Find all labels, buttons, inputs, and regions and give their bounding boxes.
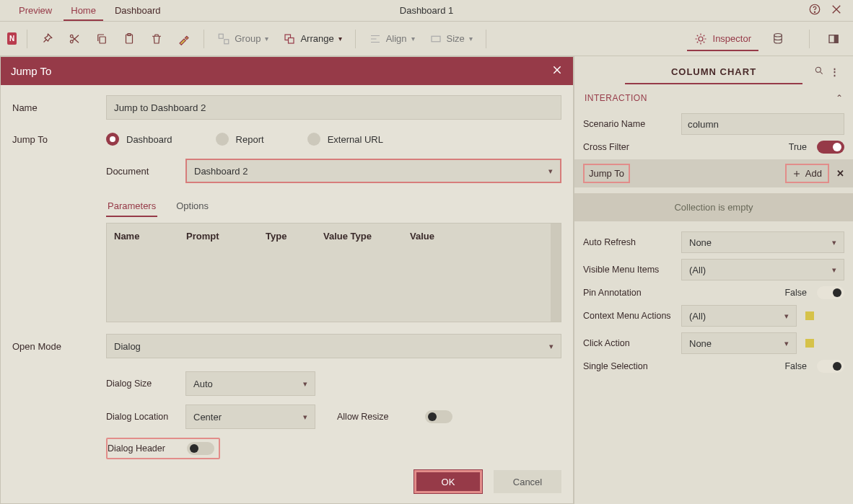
visible-menu-label: Visible Menu Items [583, 265, 677, 275]
radio-dashboard[interactable]: Dashboard [106, 133, 172, 146]
pin-annotation-label: Pin Annotation [583, 288, 677, 298]
click-action-label: Click Action [583, 338, 677, 348]
jump-to-dialog: Jump To Name Jump To Dashboard Report Ex… [0, 56, 574, 504]
svg-point-12 [699, 37, 703, 41]
col-prompt: Prompt [186, 231, 266, 242]
tab-preview[interactable]: Preview [12, 1, 59, 21]
dialog-close-icon[interactable] [551, 64, 563, 78]
col-value-type: Value Type [323, 231, 410, 242]
svg-point-2 [71, 40, 74, 43]
open-mode-label: Open Mode [12, 341, 106, 352]
context-menu-label: Context Menu Actions [583, 311, 677, 321]
size-dropdown[interactable]: Size▾ [424, 32, 478, 45]
chevron-up-icon[interactable]: ⌃ [836, 93, 844, 103]
cross-filter-label: Cross Filter [583, 142, 677, 152]
jump-to-panel-label: Jump To [583, 164, 630, 183]
parameters-grid: Name Prompt Type Value Type Value [106, 223, 561, 322]
pin-annotation-toggle[interactable] [817, 286, 844, 299]
allow-resize-label: Allow Resize [337, 412, 389, 422]
panel-toggle-icon[interactable] [821, 27, 846, 51]
dialog-title: Jump To [11, 65, 51, 77]
paste-icon[interactable] [117, 27, 141, 51]
format-icon[interactable] [172, 27, 196, 51]
align-dropdown[interactable]: Align▾ [363, 32, 421, 45]
svg-point-16 [815, 67, 821, 72]
single-selection-value: False [784, 361, 807, 371]
arrange-dropdown[interactable]: Arrange▾ [277, 32, 347, 45]
panel-title: COLUMN CHART ⋮ [583, 56, 844, 83]
search-icon[interactable] [814, 66, 824, 78]
subtab-parameters[interactable]: Parameters [106, 196, 157, 217]
marker-icon [805, 311, 814, 320]
dialog-header-toggle[interactable] [187, 442, 214, 455]
svg-point-3 [71, 35, 74, 37]
dialog-header: Jump To [1, 57, 573, 85]
radio-external-url[interactable]: External URL [307, 133, 383, 146]
database-icon[interactable] [766, 27, 790, 51]
dialog-location-select[interactable]: Center▾ [185, 404, 315, 429]
tab-home[interactable]: Home [64, 1, 103, 21]
svg-point-1 [814, 12, 815, 12]
group-dropdown[interactable]: Group▾ [211, 32, 274, 45]
add-button[interactable]: Add [785, 164, 829, 183]
dialog-header-group: Dialog Header [106, 438, 220, 459]
app-badge: N [7, 32, 17, 45]
inspector-tab[interactable]: Inspector [687, 28, 758, 51]
col-type: Type [266, 231, 323, 242]
inspector-panel: COLUMN CHART ⋮ INTERACTION ⌃ Scenario Na… [574, 56, 853, 504]
topbar: Preview Home Dashboard Dashboard 1 [0, 0, 853, 22]
visible-menu-select[interactable]: (All)▾ [681, 259, 844, 280]
remove-icon[interactable]: ✕ [836, 168, 844, 179]
context-menu-select[interactable]: (All)▾ [681, 305, 797, 327]
jump-to-label: Jump To [12, 134, 106, 145]
single-selection-toggle[interactable] [817, 360, 844, 373]
toolbar: N Group▾ Arrange▾ Align▾ Size▾ Inspector [0, 22, 853, 56]
dialog-size-select[interactable]: Auto▾ [185, 371, 315, 396]
cross-filter-value: True [789, 142, 807, 152]
section-interaction[interactable]: INTERACTION ⌃ [583, 83, 844, 107]
help-icon[interactable] [808, 3, 821, 18]
delete-icon[interactable] [144, 27, 169, 51]
dialog-header-label: Dialog Header [108, 443, 187, 454]
copy-icon[interactable] [89, 27, 114, 51]
scenario-input[interactable] [681, 113, 844, 135]
dialog-size-label: Dialog Size [106, 379, 185, 389]
cancel-button[interactable]: Cancel [494, 470, 561, 493]
radio-report[interactable]: Report [216, 133, 264, 146]
auto-refresh-select[interactable]: None▾ [681, 231, 844, 253]
col-name: Name [114, 231, 186, 242]
grid-scrollbar[interactable] [551, 224, 561, 322]
document-select[interactable]: Dashboard 2▾ [185, 159, 561, 183]
window-title: Dashboard 1 [400, 5, 453, 16]
svg-rect-15 [835, 35, 839, 43]
svg-rect-11 [432, 36, 440, 42]
auto-refresh-label: Auto Refresh [583, 237, 677, 247]
tab-dashboard[interactable]: Dashboard [108, 1, 168, 21]
open-mode-select[interactable]: Dialog▾ [106, 334, 561, 358]
svg-rect-10 [289, 37, 294, 43]
pin-icon[interactable] [35, 27, 59, 51]
name-label: Name [12, 102, 106, 113]
click-action-select[interactable]: None▾ [681, 332, 797, 354]
cross-filter-toggle[interactable] [817, 141, 844, 154]
top-tabs: Preview Home Dashboard [0, 1, 180, 21]
allow-resize-toggle[interactable] [425, 410, 452, 423]
pin-annotation-value: False [784, 288, 807, 298]
scenario-label: Scenario Name [583, 119, 677, 129]
close-icon[interactable] [830, 3, 843, 18]
cut-icon[interactable] [62, 27, 87, 51]
svg-point-13 [774, 33, 782, 37]
subtab-options[interactable]: Options [175, 196, 210, 217]
more-icon[interactable]: ⋮ [830, 66, 840, 77]
ok-button[interactable]: OK [414, 470, 482, 493]
col-value: Value [410, 231, 554, 242]
empty-collection: Collection is empty [574, 193, 853, 221]
svg-rect-8 [224, 39, 229, 43]
jump-to-row: Jump To Add ✕ [574, 159, 853, 187]
name-input[interactable] [106, 95, 561, 120]
svg-rect-4 [100, 37, 105, 43]
document-label: Document [106, 166, 185, 177]
svg-rect-7 [219, 34, 223, 38]
dialog-location-label: Dialog Location [106, 412, 185, 422]
single-selection-label: Single Selection [583, 361, 677, 371]
